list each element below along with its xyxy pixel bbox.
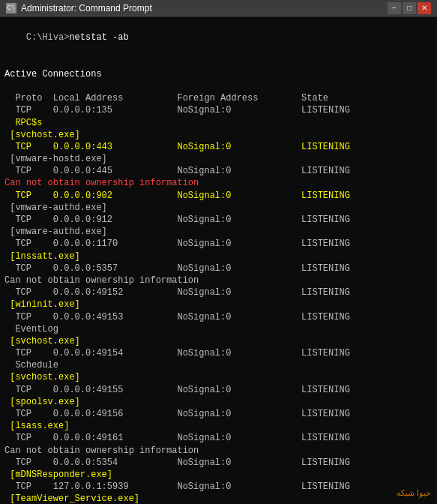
row-svchost-1: [svchost.exe] — [4, 129, 433, 141]
row-15: TCP 127.0.0.1:5939 NoSignal:0 LISTENING — [4, 481, 433, 493]
row-1: TCP 0.0.0.0:135 NoSignal:0 LISTENING — [4, 104, 433, 116]
close-button[interactable]: ✕ — [418, 2, 431, 14]
row-vmware-authd-1: [vmware-authd.exe] — [4, 202, 433, 214]
console-icon: C\ — [6, 3, 16, 14]
row-cannotownw-1: Can not obtain ownership information — [4, 177, 433, 189]
row-6: TCP 0.0.0.0:1170 NoSignal:0 LISTENING — [4, 238, 433, 250]
row-12: TCP 0.0.0.0:49156 NoSignal:0 LISTENING — [4, 408, 433, 420]
prompt-line: C:\Hiva>netstat -ab — [4, 20, 433, 56]
row-lsass: [lsass.exe] — [4, 420, 433, 432]
row-rpcs: RPC$s — [4, 117, 433, 129]
minimize-button[interactable]: − — [388, 2, 401, 14]
row-9: TCP 0.0.0.0:49153 NoSignal:0 LISTENING — [4, 311, 433, 323]
row-wininit: [wininit.exe] — [4, 298, 433, 310]
row-2: TCP 0.0.0.0:443 NoSignal:0 LISTENING — [4, 141, 433, 153]
row-mdns: [mDNSResponder.exe] — [4, 469, 433, 481]
row-teamviewer: [TeamViewer_Service.exe] — [4, 493, 433, 504]
title-bar-text: Administrator: Command Prompt — [21, 3, 152, 14]
blank-line-2 — [4, 80, 433, 92]
row-4: TCP 0.0.0.0:902 NoSignal:0 LISTENING — [4, 190, 433, 202]
maximize-button[interactable]: □ — [403, 2, 416, 14]
active-connections-label: Active Connections — [4, 68, 433, 80]
row-cannotownw-3: Can not obtain ownership information — [4, 445, 433, 457]
row-3: TCP 0.0.0.0:445 NoSignal:0 LISTENING — [4, 165, 433, 177]
col-headers: Proto Local Address Foreign Address Stat… — [4, 92, 433, 104]
row-svchost-3: [svchost.exe] — [4, 371, 433, 383]
console-area: C:\Hiva>netstat -ab Active Connections P… — [0, 16, 437, 504]
row-14: TCP 0.0.0.0:5354 NoSignal:0 LISTENING — [4, 457, 433, 469]
watermark: حیوا شبکه — [397, 488, 431, 498]
row-schedule: Schedule — [4, 359, 433, 371]
row-vmware-authd-2: [vmware-authd.exe] — [4, 226, 433, 238]
row-vmware-hostd-1: [vmware-hostd.exe] — [4, 153, 433, 165]
title-bar: C\ Administrator: Command Prompt − □ ✕ — [0, 0, 437, 16]
row-lnssatt: [lnssatt.exe] — [4, 250, 433, 262]
row-11: TCP 0.0.0.0:49155 NoSignal:0 LISTENING — [4, 384, 433, 396]
row-cannotownw-2: Can not obtain ownership information — [4, 274, 433, 286]
row-eventlog: EventLog — [4, 323, 433, 335]
row-13: TCP 0.0.0.0:49161 NoSignal:0 LISTENING — [4, 432, 433, 444]
row-svchost-2: [svchost.exe] — [4, 335, 433, 347]
row-8: TCP 0.0.0.0:49152 NoSignal:0 LISTENING — [4, 286, 433, 298]
row-10: TCP 0.0.0.0:49154 NoSignal:0 LISTENING — [4, 347, 433, 359]
blank-line-1 — [4, 56, 433, 68]
row-5: TCP 0.0.0.0:912 NoSignal:0 LISTENING — [4, 214, 433, 226]
row-spoolsv: [spoolsv.exe] — [4, 396, 433, 408]
row-7: TCP 0.0.0.0:5357 NoSignal:0 LISTENING — [4, 262, 433, 274]
